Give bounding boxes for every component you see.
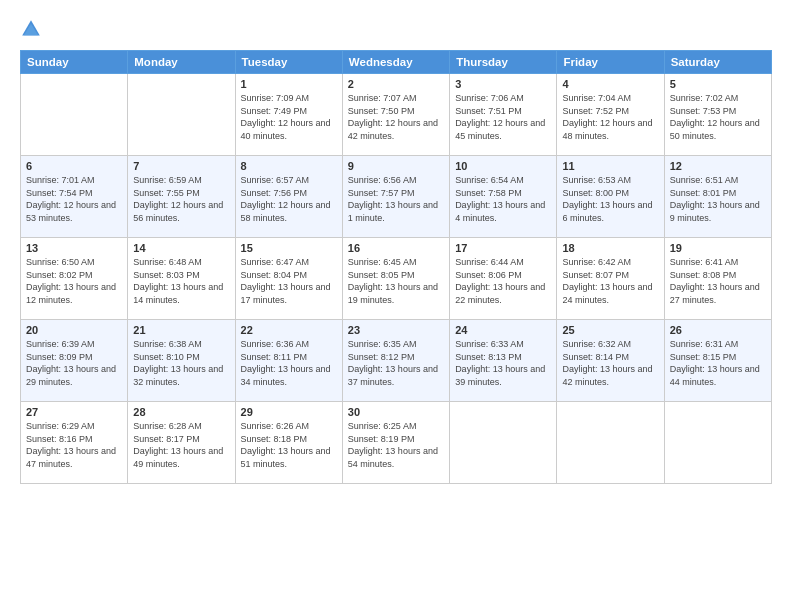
calendar: SundayMondayTuesdayWednesdayThursdayFrid… [20,50,772,484]
day-number: 7 [133,160,229,172]
weekday-header: Monday [128,51,235,74]
calendar-cell: 8Sunrise: 6:57 AM Sunset: 7:56 PM Daylig… [235,156,342,238]
calendar-cell: 29Sunrise: 6:26 AM Sunset: 8:18 PM Dayli… [235,402,342,484]
day-info: Sunrise: 6:48 AM Sunset: 8:03 PM Dayligh… [133,256,229,306]
weekday-header: Wednesday [342,51,449,74]
day-number: 11 [562,160,658,172]
day-number: 30 [348,406,444,418]
day-info: Sunrise: 6:33 AM Sunset: 8:13 PM Dayligh… [455,338,551,388]
day-number: 6 [26,160,122,172]
day-info: Sunrise: 7:07 AM Sunset: 7:50 PM Dayligh… [348,92,444,142]
calendar-cell: 4Sunrise: 7:04 AM Sunset: 7:52 PM Daylig… [557,74,664,156]
calendar-cell [557,402,664,484]
day-number: 22 [241,324,337,336]
day-info: Sunrise: 6:57 AM Sunset: 7:56 PM Dayligh… [241,174,337,224]
page: SundayMondayTuesdayWednesdayThursdayFrid… [0,0,792,612]
weekday-header: Saturday [664,51,771,74]
calendar-cell: 27Sunrise: 6:29 AM Sunset: 8:16 PM Dayli… [21,402,128,484]
calendar-cell: 18Sunrise: 6:42 AM Sunset: 8:07 PM Dayli… [557,238,664,320]
day-info: Sunrise: 7:02 AM Sunset: 7:53 PM Dayligh… [670,92,766,142]
calendar-cell [128,74,235,156]
weekday-header: Tuesday [235,51,342,74]
day-number: 28 [133,406,229,418]
day-number: 14 [133,242,229,254]
calendar-cell: 17Sunrise: 6:44 AM Sunset: 8:06 PM Dayli… [450,238,557,320]
calendar-week-row: 1Sunrise: 7:09 AM Sunset: 7:49 PM Daylig… [21,74,772,156]
day-number: 4 [562,78,658,90]
day-info: Sunrise: 6:41 AM Sunset: 8:08 PM Dayligh… [670,256,766,306]
calendar-cell [450,402,557,484]
calendar-week-row: 27Sunrise: 6:29 AM Sunset: 8:16 PM Dayli… [21,402,772,484]
calendar-cell: 10Sunrise: 6:54 AM Sunset: 7:58 PM Dayli… [450,156,557,238]
calendar-cell: 25Sunrise: 6:32 AM Sunset: 8:14 PM Dayli… [557,320,664,402]
day-number: 12 [670,160,766,172]
calendar-cell: 15Sunrise: 6:47 AM Sunset: 8:04 PM Dayli… [235,238,342,320]
logo-icon [20,18,42,40]
calendar-cell: 9Sunrise: 6:56 AM Sunset: 7:57 PM Daylig… [342,156,449,238]
weekday-header-row: SundayMondayTuesdayWednesdayThursdayFrid… [21,51,772,74]
day-info: Sunrise: 6:44 AM Sunset: 8:06 PM Dayligh… [455,256,551,306]
calendar-week-row: 6Sunrise: 7:01 AM Sunset: 7:54 PM Daylig… [21,156,772,238]
calendar-cell: 24Sunrise: 6:33 AM Sunset: 8:13 PM Dayli… [450,320,557,402]
weekday-header: Thursday [450,51,557,74]
day-number: 2 [348,78,444,90]
calendar-week-row: 13Sunrise: 6:50 AM Sunset: 8:02 PM Dayli… [21,238,772,320]
calendar-cell: 1Sunrise: 7:09 AM Sunset: 7:49 PM Daylig… [235,74,342,156]
day-info: Sunrise: 6:54 AM Sunset: 7:58 PM Dayligh… [455,174,551,224]
day-number: 5 [670,78,766,90]
day-info: Sunrise: 7:06 AM Sunset: 7:51 PM Dayligh… [455,92,551,142]
day-number: 15 [241,242,337,254]
calendar-cell: 23Sunrise: 6:35 AM Sunset: 8:12 PM Dayli… [342,320,449,402]
day-info: Sunrise: 7:01 AM Sunset: 7:54 PM Dayligh… [26,174,122,224]
day-info: Sunrise: 6:35 AM Sunset: 8:12 PM Dayligh… [348,338,444,388]
calendar-cell: 13Sunrise: 6:50 AM Sunset: 8:02 PM Dayli… [21,238,128,320]
day-number: 21 [133,324,229,336]
calendar-cell: 19Sunrise: 6:41 AM Sunset: 8:08 PM Dayli… [664,238,771,320]
calendar-cell [664,402,771,484]
calendar-cell: 5Sunrise: 7:02 AM Sunset: 7:53 PM Daylig… [664,74,771,156]
day-info: Sunrise: 6:45 AM Sunset: 8:05 PM Dayligh… [348,256,444,306]
day-number: 23 [348,324,444,336]
calendar-cell: 16Sunrise: 6:45 AM Sunset: 8:05 PM Dayli… [342,238,449,320]
header [20,18,772,40]
logo [20,18,44,40]
day-info: Sunrise: 7:09 AM Sunset: 7:49 PM Dayligh… [241,92,337,142]
calendar-cell: 6Sunrise: 7:01 AM Sunset: 7:54 PM Daylig… [21,156,128,238]
day-number: 8 [241,160,337,172]
calendar-cell: 3Sunrise: 7:06 AM Sunset: 7:51 PM Daylig… [450,74,557,156]
day-info: Sunrise: 6:50 AM Sunset: 8:02 PM Dayligh… [26,256,122,306]
day-info: Sunrise: 6:51 AM Sunset: 8:01 PM Dayligh… [670,174,766,224]
day-info: Sunrise: 6:38 AM Sunset: 8:10 PM Dayligh… [133,338,229,388]
day-number: 20 [26,324,122,336]
day-number: 3 [455,78,551,90]
day-info: Sunrise: 6:47 AM Sunset: 8:04 PM Dayligh… [241,256,337,306]
calendar-cell [21,74,128,156]
calendar-cell: 12Sunrise: 6:51 AM Sunset: 8:01 PM Dayli… [664,156,771,238]
day-info: Sunrise: 6:56 AM Sunset: 7:57 PM Dayligh… [348,174,444,224]
day-info: Sunrise: 6:59 AM Sunset: 7:55 PM Dayligh… [133,174,229,224]
day-info: Sunrise: 6:32 AM Sunset: 8:14 PM Dayligh… [562,338,658,388]
calendar-cell: 26Sunrise: 6:31 AM Sunset: 8:15 PM Dayli… [664,320,771,402]
day-number: 9 [348,160,444,172]
day-number: 24 [455,324,551,336]
day-number: 25 [562,324,658,336]
day-info: Sunrise: 6:31 AM Sunset: 8:15 PM Dayligh… [670,338,766,388]
day-number: 1 [241,78,337,90]
calendar-cell: 2Sunrise: 7:07 AM Sunset: 7:50 PM Daylig… [342,74,449,156]
calendar-cell: 11Sunrise: 6:53 AM Sunset: 8:00 PM Dayli… [557,156,664,238]
calendar-cell: 14Sunrise: 6:48 AM Sunset: 8:03 PM Dayli… [128,238,235,320]
day-info: Sunrise: 6:26 AM Sunset: 8:18 PM Dayligh… [241,420,337,470]
calendar-cell: 7Sunrise: 6:59 AM Sunset: 7:55 PM Daylig… [128,156,235,238]
day-number: 29 [241,406,337,418]
day-number: 16 [348,242,444,254]
calendar-cell: 30Sunrise: 6:25 AM Sunset: 8:19 PM Dayli… [342,402,449,484]
day-number: 26 [670,324,766,336]
calendar-week-row: 20Sunrise: 6:39 AM Sunset: 8:09 PM Dayli… [21,320,772,402]
calendar-cell: 28Sunrise: 6:28 AM Sunset: 8:17 PM Dayli… [128,402,235,484]
day-info: Sunrise: 6:42 AM Sunset: 8:07 PM Dayligh… [562,256,658,306]
day-number: 18 [562,242,658,254]
day-number: 17 [455,242,551,254]
day-info: Sunrise: 6:53 AM Sunset: 8:00 PM Dayligh… [562,174,658,224]
calendar-cell: 22Sunrise: 6:36 AM Sunset: 8:11 PM Dayli… [235,320,342,402]
day-info: Sunrise: 6:28 AM Sunset: 8:17 PM Dayligh… [133,420,229,470]
